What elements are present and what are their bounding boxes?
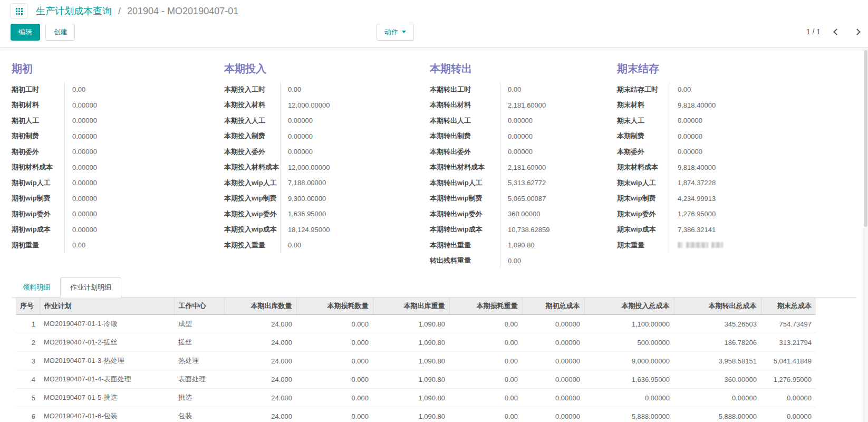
field-row: 期末结存工时0.00 [617,82,856,98]
column-header[interactable]: 作业计划 [40,298,174,315]
column-header[interactable]: 本期出库数量 [224,298,296,315]
table-row[interactable]: 5MO20190407-01-5-挑选挑选24.0000.0001,090.80… [16,389,816,407]
field-value: 0.00 [500,82,617,98]
table-cell: 0.00000 [584,389,674,407]
column-header[interactable]: 本期投入总成本 [584,298,674,315]
breadcrumb-parent-link[interactable]: 生产计划成本查询 [36,6,112,16]
field-value: 0.00000 [500,129,617,145]
column-header[interactable]: 本期出库重量 [373,298,449,315]
table-cell: 6 [16,407,40,422]
action-dropdown-label: 动作 [384,28,398,36]
field-row: 期末wip制费4,234.99913 [617,191,856,207]
field-label: 期末材料 [617,98,670,113]
scrollbar-track[interactable] [863,48,868,422]
table-cell: 754.73497 [761,315,816,333]
table-row[interactable]: 6MO20190407-01-6-包装包装24.0000.0001,090.80… [16,407,816,422]
table-cell: MO20190407-01-5-挑选 [40,389,174,407]
table-row[interactable]: 1MO20190407-01-1-冷镦成型24.0000.0001,090.80… [16,315,816,333]
field-row: 本期转出材料成本2,181.60000 [430,160,617,176]
column-header[interactable]: 期末总成本 [761,298,816,315]
table-cell: 9,000.00000 [584,352,674,370]
field-label: 本期投入重量 [224,237,280,253]
field-label: 本期转出材料成本 [430,160,500,176]
edit-button[interactable]: 编辑 [11,24,40,41]
field-row: 期末人工0.00000 [617,113,856,129]
field-value: 0.00000 [64,160,224,176]
field-value: 0.00000 [670,113,856,129]
table-cell: 0.000 [296,407,373,422]
field-value: 10,738.62859 [500,222,617,238]
field-label: 本期投入wip委外 [224,206,280,222]
scrollbar-thumb[interactable] [864,50,867,227]
field-row: 本期委外0.00000 [617,144,856,160]
column-header[interactable]: 序号 [16,298,40,315]
group-title: 期初 [12,62,224,76]
field-label: 期初工时 [12,82,64,98]
table-cell: 1,100.00000 [584,315,674,333]
table-cell: MO20190407-01-3-热处理 [40,352,174,370]
table-row[interactable]: 3MO20190407-01-3-热处理热处理24.0000.0001,090.… [16,352,816,370]
column-header[interactable]: 本期损耗数量 [296,298,373,315]
apps-menu-button[interactable] [11,3,27,19]
field-value: 4,234.99913 [670,191,856,207]
column-header[interactable]: 本期转出总成本 [674,298,761,315]
field-value: 0.00000 [670,129,856,145]
column-header[interactable]: 本期损耗重量 [449,298,522,315]
column-header[interactable]: 期初总成本 [522,298,584,315]
field-row: 期末wip委外1,276.95000 [617,206,856,222]
field-label: 本期转出委外 [430,144,500,160]
form-sheet: 期初期初工时0.00期初材料0.00000期初人工0.00000期初制费0.00… [0,48,868,422]
field-value: 12,000.00000 [280,98,430,113]
field-value: 5,065.00087 [500,191,617,207]
action-area: 动作 [377,24,414,41]
action-dropdown-button[interactable]: 动作 [377,24,414,41]
field-row: 期初材料0.00000 [12,98,224,113]
table-cell: 24.000 [224,370,296,389]
pager-next-button[interactable] [854,28,861,35]
create-button[interactable]: 创建 [45,24,75,41]
column-header[interactable]: 工作中心 [174,298,224,315]
field-value: 2,181.60000 [500,98,617,113]
table-cell: 1,090.80 [373,389,449,407]
field-row: 期初人工0.00000 [12,113,224,129]
field-label: 本期投入人工 [224,113,280,129]
table-cell: MO20190407-01-4-表面处理 [40,370,174,389]
table-cell: 0.000 [296,315,373,333]
field-label: 期初人工 [12,113,64,129]
field-label: 期末wip人工 [617,175,670,191]
table-row[interactable]: 2MO20190407-01-2-搓丝搓丝24.0000.0001,090.80… [16,333,816,352]
table-cell: 0.000 [296,370,373,389]
field-groups: 期初期初工时0.00期初材料0.00000期初人工0.00000期初制费0.00… [12,62,856,268]
table-row[interactable]: 4MO20190407-01-4-表面处理表面处理24.0000.0001,09… [16,370,816,389]
field-label: 本期投入制费 [224,129,280,145]
table-cell: 0.00000 [522,407,584,422]
table-cell: 1,090.80 [373,352,449,370]
detail-table-wrap: 序号作业计划工作中心本期出库数量本期损耗数量本期出库重量本期损耗重量期初总成本本… [16,298,856,422]
table-cell: 0.00 [449,333,522,352]
tab-1[interactable]: 领料明细 [13,277,60,298]
table-cell: 313.21794 [761,333,816,352]
table-cell: 360.00000 [674,370,761,389]
table-cell: 1 [16,315,40,333]
table-cell: MO20190407-01-6-包装 [40,407,174,422]
table-cell: 24.000 [224,352,296,370]
field-row: 本期投入wip制费9,300.00000 [224,191,430,207]
table-cell: 3,958.58151 [674,352,761,370]
pager-previous-button[interactable] [833,28,840,35]
field-value: 0.00000 [280,129,430,145]
table-cell: 包装 [174,407,224,422]
field-row: 本期投入wip成本18,124.95000 [224,222,430,238]
field-label: 期末wip制费 [617,191,670,207]
field-label: 本期投入wip人工 [224,175,280,191]
table-cell: 搓丝 [174,333,224,352]
control-bar: 编辑 创建 动作 1 / 1 [0,22,868,47]
field-row: 本期制费0.00000 [617,129,856,145]
field-group: 本期投入本期投入工时0.00本期投入材料12,000.00000本期投入人工0.… [224,62,430,253]
field-label: 本期投入委外 [224,144,280,160]
field-row: 期末wip人工1,874.37228 [617,175,856,191]
table-cell: 0.00 [449,407,522,422]
table-cell: 0.00000 [674,389,761,407]
field-row: 本期投入材料12,000.00000 [224,98,430,113]
tab-2[interactable]: 作业计划明细 [60,277,121,298]
table-cell: 5,041.41849 [761,352,816,370]
